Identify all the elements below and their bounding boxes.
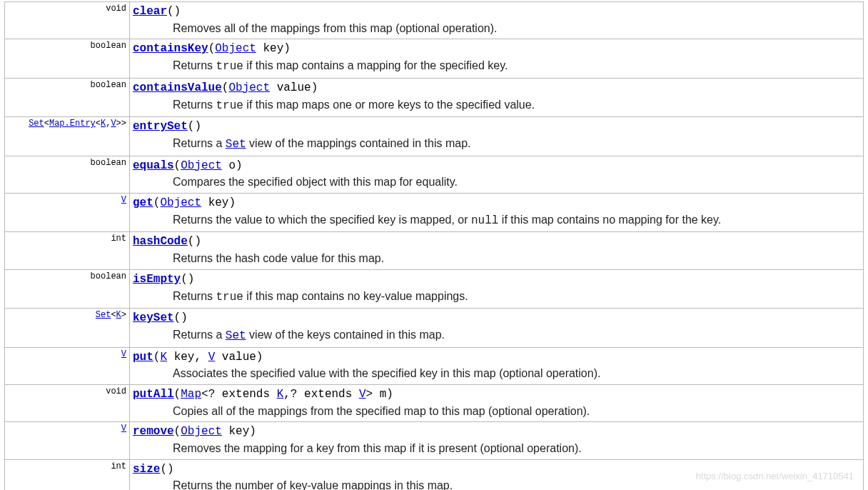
method-cell: keySet()Returns a Set view of the keys c… bbox=[130, 309, 864, 347]
type-link[interactable]: V bbox=[208, 351, 216, 364]
type-link[interactable]: Map bbox=[181, 388, 201, 401]
method-link[interactable]: size bbox=[133, 463, 160, 476]
method-cell: entrySet()Returns a Set view of the mapp… bbox=[130, 117, 864, 156]
method-cell: remove(Object key)Removes the mapping fo… bbox=[130, 422, 864, 459]
method-cell: get(Object key)Returns the value to whic… bbox=[130, 193, 864, 231]
method-link[interactable]: clear bbox=[133, 5, 167, 18]
table-row: booleanisEmpty()Returns true if this map… bbox=[5, 269, 864, 308]
return-type: V bbox=[5, 422, 130, 459]
method-signature: put(K key, V value) bbox=[133, 349, 860, 365]
method-link[interactable]: containsValue bbox=[133, 81, 222, 94]
table-row: booleancontainsKey(Object key)Returns tr… bbox=[5, 39, 864, 78]
method-link[interactable]: entrySet bbox=[133, 120, 188, 133]
method-description: Returns the value to which the specified… bbox=[133, 211, 860, 229]
table-row: Vget(Object key)Returns the value to whi… bbox=[5, 193, 864, 231]
method-signature: clear() bbox=[133, 4, 860, 19]
method-description: Returns a Set view of the mappings conta… bbox=[133, 134, 860, 153]
type-link[interactable]: Map.Entry bbox=[49, 119, 96, 129]
type-link[interactable]: Set bbox=[96, 310, 111, 320]
method-description: Copies all of the mappings from the spec… bbox=[133, 402, 860, 419]
method-signature: hashCode() bbox=[133, 234, 860, 249]
method-signature: containsKey(Object key) bbox=[133, 41, 860, 56]
return-type: boolean bbox=[5, 39, 130, 78]
table-row: Vremove(Object key)Removes the mapping f… bbox=[5, 422, 864, 459]
type-link[interactable]: Object bbox=[181, 159, 222, 172]
method-description: Removes the mapping for a key from this … bbox=[133, 439, 860, 456]
table-row: booleancontainsValue(Object value)Return… bbox=[5, 78, 864, 116]
table-row: intsize()Returns the number of key-value… bbox=[5, 459, 864, 490]
method-cell: isEmpty()Returns true if this map contai… bbox=[130, 269, 864, 308]
method-link[interactable]: get bbox=[133, 196, 153, 209]
method-description: Returns the number of key-value mappings… bbox=[133, 476, 860, 490]
table-row: inthashCode()Returns the hash code value… bbox=[5, 232, 864, 269]
type-link[interactable]: Object bbox=[160, 196, 201, 209]
method-link[interactable]: containsKey bbox=[133, 42, 208, 55]
type-link[interactable]: K bbox=[116, 310, 121, 320]
method-link[interactable]: isEmpty bbox=[133, 273, 181, 286]
method-cell: put(K key, V value)Associates the specif… bbox=[130, 347, 864, 384]
method-signature: get(Object key) bbox=[133, 195, 860, 211]
type-link[interactable]: Object bbox=[228, 81, 270, 94]
type-link[interactable]: V bbox=[121, 349, 126, 359]
type-link[interactable]: V bbox=[121, 424, 126, 434]
method-description: Returns true if this map contains a mapp… bbox=[133, 56, 860, 75]
return-type: boolean bbox=[5, 78, 130, 116]
method-link[interactable]: hashCode bbox=[133, 235, 188, 248]
method-link[interactable]: equals bbox=[133, 159, 174, 172]
type-link[interactable]: V bbox=[121, 195, 126, 205]
method-link[interactable]: put bbox=[133, 351, 153, 364]
table-row: Set<K>keySet()Returns a Set view of the … bbox=[5, 309, 864, 347]
return-type: void bbox=[5, 2, 130, 39]
method-cell: containsValue(Object value)Returns true … bbox=[130, 78, 864, 116]
type-link[interactable]: V bbox=[111, 119, 116, 129]
method-cell: containsKey(Object key)Returns true if t… bbox=[130, 39, 864, 78]
table-row: booleanequals(Object o)Compares the spec… bbox=[5, 156, 864, 193]
method-link[interactable]: remove bbox=[133, 425, 174, 438]
method-link[interactable]: keySet bbox=[133, 311, 174, 324]
type-link[interactable]: K bbox=[277, 388, 284, 401]
method-cell: size()Returns the number of key-value ma… bbox=[130, 459, 864, 490]
method-signature: isEmpty() bbox=[133, 271, 860, 287]
table-row: Set<Map.Entry<K,V>>entrySet()Returns a S… bbox=[5, 117, 864, 156]
method-signature: keySet() bbox=[133, 310, 860, 326]
method-cell: putAll(Map<? extends K,? extends V> m)Co… bbox=[130, 384, 864, 421]
method-description: Compares the specified object with this … bbox=[133, 173, 860, 190]
return-type: Set<K> bbox=[5, 309, 130, 347]
method-description: Associates the specified value with the … bbox=[133, 364, 860, 381]
method-cell: hashCode()Returns the hash code value fo… bbox=[130, 232, 864, 269]
method-description: Removes all of the mappings from this ma… bbox=[133, 19, 860, 36]
return-type: int bbox=[5, 232, 130, 269]
method-signature: entrySet() bbox=[133, 119, 860, 134]
return-type: void bbox=[5, 384, 130, 421]
type-link[interactable]: Set bbox=[226, 138, 246, 151]
method-cell: equals(Object o)Compares the specified o… bbox=[130, 156, 864, 193]
type-link[interactable]: Set bbox=[226, 329, 246, 342]
return-type: V bbox=[5, 193, 130, 231]
table-row: voidclear()Removes all of the mappings f… bbox=[5, 2, 864, 39]
method-cell: clear()Removes all of the mappings from … bbox=[130, 2, 864, 39]
table-row: Vput(K key, V value)Associates the speci… bbox=[5, 347, 864, 384]
method-signature: size() bbox=[133, 461, 860, 477]
type-link[interactable]: Object bbox=[215, 42, 256, 55]
method-summary-table: voidclear()Removes all of the mappings f… bbox=[4, 1, 864, 490]
method-signature: containsValue(Object value) bbox=[133, 80, 860, 96]
return-type: boolean bbox=[5, 269, 130, 308]
method-link[interactable]: putAll bbox=[133, 388, 174, 401]
method-signature: putAll(Map<? extends K,? extends V> m) bbox=[133, 386, 860, 402]
return-type: Set<Map.Entry<K,V>> bbox=[5, 117, 130, 156]
method-description: Returns a Set view of the keys contained… bbox=[133, 326, 860, 344]
return-type: V bbox=[5, 347, 130, 384]
type-link[interactable]: V bbox=[359, 388, 366, 401]
type-link[interactable]: Set bbox=[29, 119, 44, 129]
table-row: voidputAll(Map<? extends K,? extends V> … bbox=[5, 384, 864, 421]
method-description: Returns true if this map contains no key… bbox=[133, 287, 860, 306]
method-signature: remove(Object key) bbox=[133, 424, 860, 439]
type-link[interactable]: Object bbox=[181, 425, 222, 438]
type-link[interactable]: K bbox=[101, 119, 106, 129]
method-signature: equals(Object o) bbox=[133, 158, 860, 174]
type-link[interactable]: K bbox=[160, 351, 167, 364]
return-type: int bbox=[5, 459, 130, 490]
return-type: boolean bbox=[5, 156, 130, 193]
method-description: Returns the hash code value for this map… bbox=[133, 249, 860, 266]
method-description: Returns true if this map maps one or mor… bbox=[133, 96, 860, 114]
